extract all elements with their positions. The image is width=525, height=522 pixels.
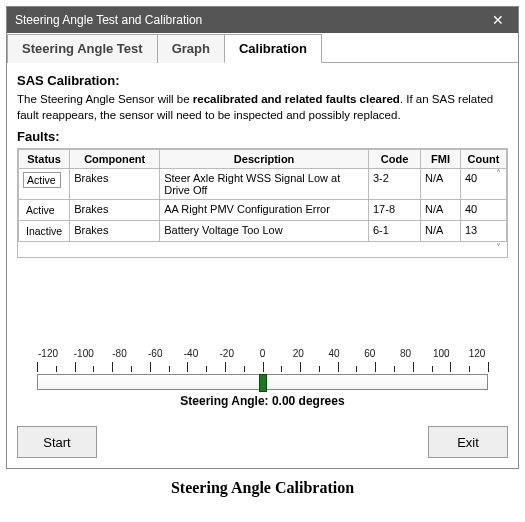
col-code: Code [369, 150, 421, 169]
code-cell: 17-8 [369, 200, 421, 221]
tab-calibration[interactable]: Calibration [224, 34, 322, 63]
status-cell: Inactive [23, 224, 65, 238]
status-cell: Active [23, 172, 61, 188]
count-cell: 40 [461, 200, 507, 221]
start-button[interactable]: Start [17, 426, 97, 458]
description-cell: AA Right PMV Configuration Error [160, 200, 369, 221]
scroll-down-icon[interactable]: ˅ [491, 241, 505, 255]
gauge-track[interactable] [37, 374, 488, 390]
scroll-up-icon[interactable]: ˄ [491, 167, 505, 181]
code-cell: 3-2 [369, 169, 421, 200]
gauge-marker[interactable] [259, 374, 267, 392]
gauge-tick-labels: -120-100-80-60-40-20020406080100120 [37, 348, 488, 359]
tick-label: 40 [323, 348, 345, 359]
tick-label: 120 [466, 348, 488, 359]
figure-caption: Steering Angle Calibration [6, 479, 519, 497]
tick-label: -120 [37, 348, 59, 359]
table-header-row: Status Component Description Code FMI Co… [19, 150, 507, 169]
faults-table: Status Component Description Code FMI Co… [18, 149, 507, 242]
button-row: Start Exit [17, 426, 508, 458]
tick-label: 60 [359, 348, 381, 359]
gauge-value-label: Steering Angle: 0.00 degrees [37, 394, 488, 408]
fmi-cell: N/A [421, 200, 461, 221]
section-description: The Steering Angle Sensor will be recali… [17, 92, 508, 123]
window-title: Steering Angle Test and Calibration [15, 13, 202, 27]
titlebar: Steering Angle Test and Calibration ✕ [7, 7, 518, 33]
tick-label: 100 [430, 348, 452, 359]
table-row[interactable]: ActiveBrakesAA Right PMV Configuration E… [19, 200, 507, 221]
description-cell: Steer Axle Right WSS Signal Low at Drive… [160, 169, 369, 200]
exit-button[interactable]: Exit [428, 426, 508, 458]
count-cell: 13 [461, 221, 507, 242]
app-window: Steering Angle Test and Calibration ✕ St… [6, 6, 519, 469]
tick-label: 0 [252, 348, 274, 359]
tab-graph[interactable]: Graph [157, 34, 225, 63]
faults-table-container: Status Component Description Code FMI Co… [17, 148, 508, 258]
fmi-cell: N/A [421, 221, 461, 242]
tick-label: 80 [395, 348, 417, 359]
tick-label: -40 [180, 348, 202, 359]
col-fmi: FMI [421, 150, 461, 169]
component-cell: Brakes [70, 200, 160, 221]
tab-bar: Steering Angle Test Graph Calibration [7, 33, 518, 63]
tab-content: SAS Calibration: The Steering Angle Sens… [7, 63, 518, 468]
faults-label: Faults: [17, 129, 508, 144]
component-cell: Brakes [70, 221, 160, 242]
tick-label: 20 [287, 348, 309, 359]
status-cell: Active [23, 203, 58, 217]
fmi-cell: N/A [421, 169, 461, 200]
close-icon[interactable]: ✕ [478, 7, 518, 33]
tick-label: -20 [216, 348, 238, 359]
code-cell: 6-1 [369, 221, 421, 242]
table-row[interactable]: InactiveBrakesBattery Voltage Too Low6-1… [19, 221, 507, 242]
table-row[interactable]: ActiveBrakesSteer Axle Right WSS Signal … [19, 169, 507, 200]
component-cell: Brakes [70, 169, 160, 200]
col-count: Count [461, 150, 507, 169]
tick-label: -60 [144, 348, 166, 359]
col-description: Description [160, 150, 369, 169]
gauge-tick-marks [37, 360, 488, 372]
col-component: Component [70, 150, 160, 169]
description-cell: Battery Voltage Too Low [160, 221, 369, 242]
tab-steering-angle-test[interactable]: Steering Angle Test [7, 34, 158, 63]
section-heading: SAS Calibration: [17, 73, 508, 88]
tick-label: -100 [73, 348, 95, 359]
tick-label: -80 [109, 348, 131, 359]
steering-gauge: -120-100-80-60-40-20020406080100120 Stee… [17, 348, 508, 408]
col-status: Status [19, 150, 70, 169]
